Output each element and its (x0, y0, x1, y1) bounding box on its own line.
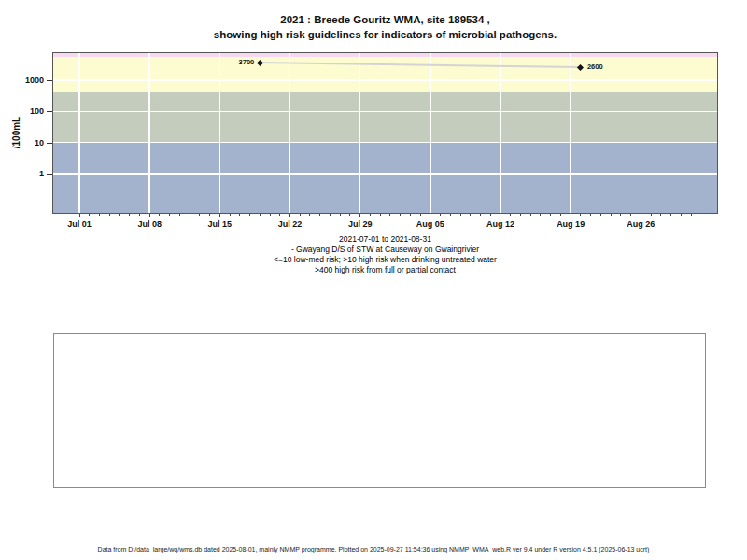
chart-title: 2021 : Breede Gouritz WMA, site 189534 ,… (53, 12, 717, 42)
x-tick-minor (440, 214, 441, 216)
x-tick-minor (370, 214, 371, 216)
x-tick-label: Aug 12 (475, 219, 526, 229)
x-tick-minor (270, 214, 271, 216)
x-tick-minor (460, 214, 461, 216)
x-tick-minor (630, 214, 631, 216)
x-tick-minor (560, 214, 561, 216)
x-tick-major (359, 214, 360, 217)
x-tick-minor (670, 214, 671, 216)
x-tick-minor (119, 214, 120, 216)
x-tick-label: Aug 26 (615, 219, 666, 229)
x-tick-major (500, 214, 500, 217)
y-tick (47, 80, 52, 81)
chart-caption: 2021-07-01 to 2021-08-31 - Gwayang D/S o… (53, 234, 717, 275)
x-tick-minor (249, 214, 250, 216)
x-tick-major (430, 214, 430, 217)
data-point-label: 3700 (239, 59, 255, 66)
x-tick-label: Jul 29 (335, 219, 386, 229)
x-tick-minor (580, 214, 581, 216)
x-tick-minor (129, 214, 130, 216)
x-tick-minor (199, 214, 200, 216)
x-tick-minor (480, 214, 481, 216)
y-tick-label: 100 (7, 106, 44, 116)
data-point-label: 2600 (587, 63, 603, 71)
gridline-vertical (289, 53, 291, 213)
x-tick-minor (611, 214, 612, 216)
x-tick-minor (490, 214, 491, 216)
x-tick-major (571, 214, 571, 217)
gridline-horizontal (53, 142, 717, 144)
x-tick-label: Aug 19 (545, 219, 596, 229)
x-tick-major (79, 214, 80, 217)
x-tick-minor (260, 214, 261, 216)
x-tick-minor (349, 214, 350, 216)
x-tick-minor (410, 214, 411, 216)
chart-title-line1: 2021 : Breede Gouritz WMA, site 189534 , (53, 12, 717, 27)
gridline-horizontal (53, 111, 717, 113)
x-tick-minor (590, 214, 591, 216)
footer-note: Data from D:/data_large/wq/wms.db dated … (0, 545, 747, 553)
y-tick-label: 10 (7, 138, 44, 147)
caption-date-range: 2021-07-01 to 2021-08-31 (53, 234, 717, 245)
gridline-vertical (78, 53, 80, 213)
x-tick-minor (230, 214, 231, 216)
gridline-vertical (641, 53, 642, 213)
x-tick-minor (340, 214, 341, 216)
band-high-contact-risk (53, 57, 717, 92)
gridline-vertical (570, 53, 571, 213)
x-tick-minor (450, 214, 451, 216)
x-tick-minor (330, 214, 331, 216)
x-tick-minor (691, 214, 692, 216)
x-tick-minor (510, 214, 511, 216)
x-tick-label: Jul 22 (264, 219, 315, 229)
x-tick-major (641, 214, 641, 217)
x-tick-minor (470, 214, 471, 216)
x-tick-minor (420, 214, 421, 216)
x-tick-minor (530, 214, 531, 216)
x-tick-minor (169, 214, 170, 216)
x-tick-major (289, 214, 290, 217)
band-low-med-risk (53, 143, 717, 213)
band-high-drinking-risk (53, 92, 717, 142)
caption-risk-line1: <=10 low-med risk; >10 high risk when dr… (53, 255, 717, 265)
x-tick-minor (520, 214, 521, 216)
x-tick-major (219, 214, 220, 217)
x-tick-minor (309, 214, 310, 216)
x-tick-label: Jul 01 (54, 219, 105, 229)
x-tick-minor (190, 214, 190, 216)
gridline-vertical (148, 53, 150, 213)
x-tick-minor (651, 214, 652, 216)
y-tick-label: 1 (7, 169, 44, 178)
y-tick (47, 143, 52, 144)
x-tick-minor (209, 214, 210, 216)
y-tick-label: 1000 (7, 76, 44, 85)
caption-risk-line2: >400 high risk from full or partial cont… (53, 265, 717, 275)
x-tick-minor (620, 214, 621, 216)
caption-site-name: - Gwayang D/S of STW at Causeway on Gwai… (53, 245, 717, 255)
x-tick-minor (300, 214, 301, 216)
x-tick-minor (550, 214, 551, 216)
plot-area: Eschericia colifaecal coliforms 37002600 (53, 53, 717, 213)
x-tick-minor (681, 214, 682, 216)
gridline-horizontal (53, 79, 717, 81)
x-tick-minor (139, 214, 140, 216)
gridline-vertical (430, 53, 431, 213)
x-tick-minor (380, 214, 381, 216)
x-tick-minor (540, 214, 541, 216)
x-tick-minor (179, 214, 180, 216)
x-tick-minor (239, 214, 240, 216)
x-tick-major (149, 214, 150, 217)
x-tick-label: Jul 08 (124, 219, 175, 229)
x-tick-minor (319, 214, 320, 216)
chart-title-line2: showing high risk guidelines for indicat… (53, 27, 717, 42)
x-tick-minor (109, 214, 110, 216)
x-tick-minor (89, 214, 90, 216)
x-tick-minor (279, 214, 280, 216)
x-tick-minor (99, 214, 100, 216)
x-tick-label: Aug 05 (405, 219, 456, 229)
notes-panel (53, 333, 706, 488)
gridline-vertical (500, 53, 501, 213)
x-tick-minor (660, 214, 661, 216)
x-tick-minor (400, 214, 401, 216)
gridline-horizontal (53, 173, 717, 175)
